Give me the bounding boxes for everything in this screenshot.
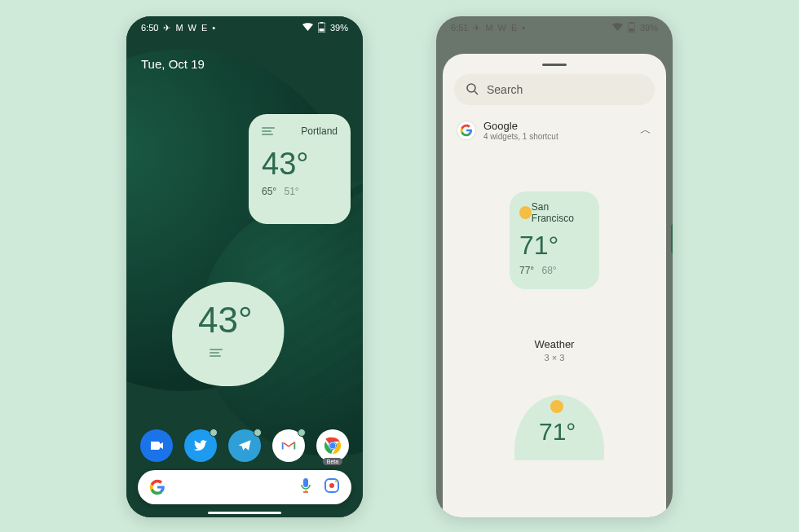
notification-dot <box>298 429 306 437</box>
app-notif-icon-2: E <box>511 24 517 33</box>
google-search-bar[interactable] <box>138 470 351 504</box>
widget-preview-weather-blob[interactable]: 71° <box>514 395 604 460</box>
weather-widget-card[interactable]: Portland 43° 65° 51° <box>249 114 351 224</box>
svg-line-16 <box>475 91 478 95</box>
widget-search-input[interactable]: Search <box>454 74 655 105</box>
weather-temp: 43° <box>262 148 338 179</box>
app-dock: Beta <box>126 429 363 462</box>
widget-provider-row[interactable]: Google 4 widgets, 1 shortcut ︿ <box>454 115 655 146</box>
svg-rect-1 <box>320 22 323 24</box>
sheet-drag-handle[interactable] <box>542 64 567 66</box>
weather-city: Portland <box>301 125 338 137</box>
notification-dot <box>210 429 218 437</box>
weather-high: 77° <box>519 265 534 276</box>
phone-homescreen: 6:50 ✈ M W E • 39% Tue, Oct 19 Portland … <box>126 16 363 517</box>
svg-rect-2 <box>319 29 324 32</box>
search-placeholder: Search <box>487 83 523 96</box>
weather-range: 77° 68° <box>519 265 589 276</box>
app-notif-icon-2: E <box>201 24 207 33</box>
fog-icon <box>262 127 275 135</box>
blob-temp: 43° <box>198 300 253 341</box>
app-icon-gmail[interactable] <box>272 429 305 462</box>
battery-icon <box>628 22 635 34</box>
mic-icon[interactable] <box>299 477 312 497</box>
svg-point-15 <box>467 84 475 92</box>
svg-rect-14 <box>629 29 633 32</box>
notification-dot <box>254 429 262 437</box>
weather-high: 65° <box>262 186 276 197</box>
weather-city: San Francisco <box>532 201 589 224</box>
weather-widget-blob[interactable]: 43° <box>167 277 289 391</box>
status-battery-pct: 39% <box>640 23 658 33</box>
status-time: 6:50 <box>141 23 158 33</box>
scroll-indicator <box>671 224 673 253</box>
gmail-notif-icon: M <box>485 24 492 33</box>
weather-range: 65° 51° <box>262 186 338 197</box>
status-bar: 6:51 ✈ M W E • 39% <box>436 16 673 39</box>
provider-name: Google <box>483 120 632 132</box>
app-icon-chrome[interactable]: Beta <box>316 429 349 462</box>
battery-icon <box>318 22 325 34</box>
svg-point-11 <box>335 481 337 482</box>
widget-picker-sheet: Search Google 4 widgets, 1 shortcut ︿ Sa… <box>443 54 666 517</box>
weather-temp: 71° <box>519 232 589 258</box>
phone-widget-picker: 6:51 ✈ M W E • 39% Search <box>436 16 673 517</box>
widget-preview-weather-card[interactable]: San Francisco 71° 77° 68° <box>510 191 599 289</box>
provider-subtitle: 4 widgets, 1 shortcut <box>483 132 632 141</box>
more-notif-icon: • <box>212 24 215 33</box>
telegram-notif-icon: ✈ <box>473 24 480 33</box>
google-logo-icon <box>457 121 475 139</box>
widget-preview-size: 3 × 3 <box>443 353 666 363</box>
sun-icon <box>519 206 532 219</box>
status-bar: 6:50 ✈ M W E • 39% <box>126 16 363 39</box>
gmail-notif-icon: M <box>175 24 183 33</box>
svg-rect-6 <box>303 478 308 487</box>
wifi-icon <box>612 23 623 33</box>
app-icon-telegram[interactable] <box>228 429 261 462</box>
wifi-icon <box>302 23 313 33</box>
weather-low: 51° <box>285 186 299 197</box>
svg-point-5 <box>330 443 336 449</box>
sun-icon <box>550 400 563 413</box>
lens-icon[interactable] <box>324 477 340 497</box>
nav-handle[interactable] <box>208 512 281 514</box>
weather-low: 68° <box>542 265 557 276</box>
chrome-beta-badge: Beta <box>323 458 342 465</box>
fog-icon <box>210 349 223 357</box>
search-icon <box>466 82 479 98</box>
app-notif-icon: W <box>498 24 506 33</box>
telegram-notif-icon: ✈ <box>163 24 170 33</box>
blob-temp: 71° <box>539 418 576 446</box>
svg-rect-13 <box>630 22 633 24</box>
app-notif-icon: W <box>188 24 196 33</box>
status-battery-pct: 39% <box>330 23 348 33</box>
app-icon-duo[interactable] <box>140 429 173 462</box>
date-widget[interactable]: Tue, Oct 19 <box>141 57 205 71</box>
svg-point-10 <box>329 483 334 488</box>
widget-preview-area: San Francisco 71° 77° 68° Weather 3 × 3 … <box>443 151 666 428</box>
status-time: 6:51 <box>451 23 468 33</box>
chevron-up-icon: ︿ <box>640 123 651 138</box>
google-logo-icon <box>149 479 166 495</box>
app-icon-twitter[interactable] <box>184 429 217 462</box>
widget-preview-label: Weather <box>443 338 666 350</box>
more-notif-icon: • <box>522 24 525 33</box>
